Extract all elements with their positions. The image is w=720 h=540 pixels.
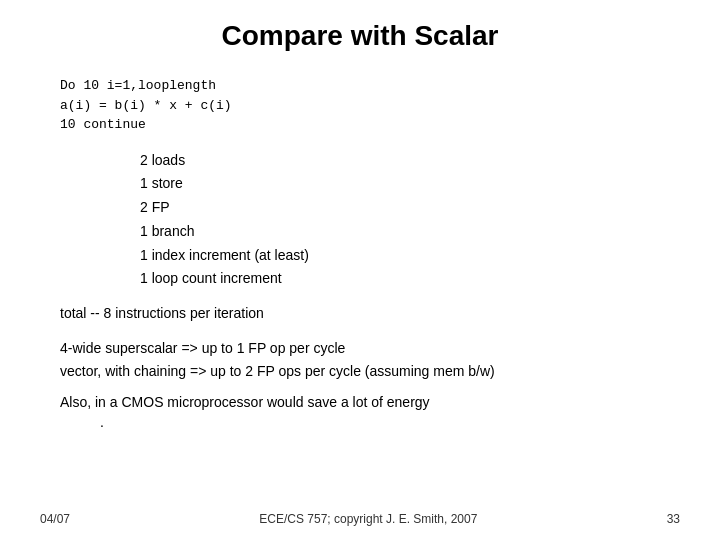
- slide-title: Compare with Scalar: [40, 20, 680, 52]
- code-line-3: 10 continue: [60, 115, 680, 135]
- code-line-2: a(i) = b(i) * x + c(i): [60, 96, 680, 116]
- op-item-5: 1 loop count increment: [140, 267, 680, 291]
- footer: 04/07 ECE/CS 757; copyright J. E. Smith,…: [0, 512, 720, 526]
- total-line: total -- 8 instructions per iteration: [60, 305, 680, 321]
- footer-center: ECE/CS 757; copyright J. E. Smith, 2007: [259, 512, 477, 526]
- slide: Compare with Scalar Do 10 i=1,looplength…: [0, 0, 720, 540]
- info-line-2: vector, with chaining => up to 2 FP ops …: [60, 360, 680, 382]
- footer-left: 04/07: [40, 512, 70, 526]
- info-block: 4-wide superscalar => up to 1 FP op per …: [60, 337, 680, 382]
- op-item-2: 2 FP: [140, 196, 680, 220]
- op-item-0: 2 loads: [140, 149, 680, 173]
- dot-line: .: [100, 414, 680, 430]
- ops-list: 2 loads 1 store 2 FP 1 branch 1 index in…: [140, 149, 680, 292]
- op-item-1: 1 store: [140, 172, 680, 196]
- info-line-1: 4-wide superscalar => up to 1 FP op per …: [60, 337, 680, 359]
- code-block: Do 10 i=1,looplength a(i) = b(i) * x + c…: [60, 76, 680, 135]
- footer-right: 33: [667, 512, 680, 526]
- code-line-1: Do 10 i=1,looplength: [60, 76, 680, 96]
- op-item-4: 1 index increment (at least): [140, 244, 680, 268]
- also-line: Also, in a CMOS microprocessor would sav…: [60, 394, 680, 410]
- op-item-3: 1 branch: [140, 220, 680, 244]
